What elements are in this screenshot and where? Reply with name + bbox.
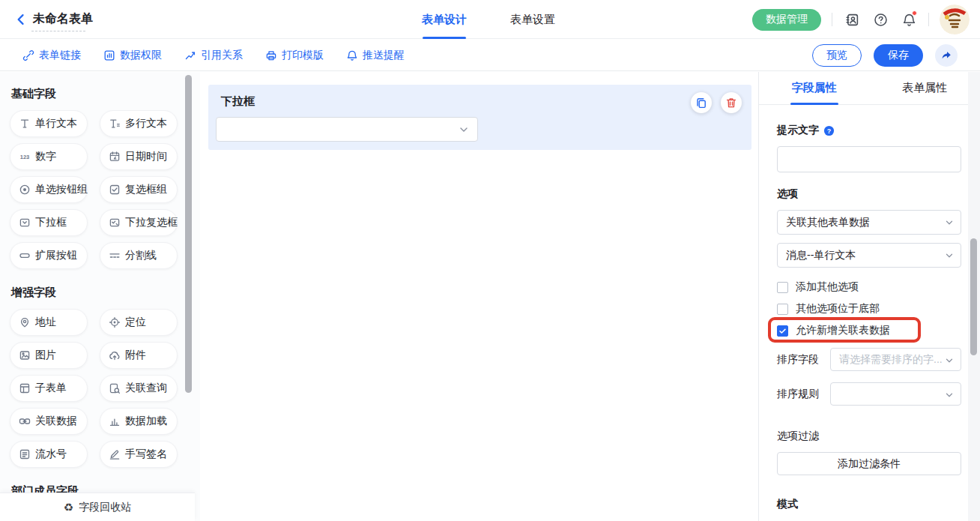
lookup-icon	[109, 382, 121, 394]
option-field-select[interactable]: 消息--单行文本	[777, 243, 961, 268]
sidebar-section-grid: 地址定位图片附件子表单关联查询关联数据数据加载流水号手写签名	[10, 309, 195, 468]
trash-icon	[725, 97, 737, 109]
related-data-icon	[19, 415, 31, 427]
hint-text-row: 提示文字 ?	[777, 124, 961, 137]
sort-field-select[interactable]: 请选择需要排序的字...	[830, 348, 961, 371]
toolbar-link-bell[interactable]: 推送提醒	[346, 49, 405, 62]
extend-button-icon	[19, 250, 31, 262]
chevron-down-icon	[944, 250, 955, 261]
checkbox-icon	[109, 184, 121, 196]
field-item-subform[interactable]: 子表单	[10, 375, 88, 402]
top-tab-bar: 表单设计表单设置	[422, 0, 555, 39]
field-item-data-load[interactable]: 数据加载	[100, 408, 178, 435]
field-item-address[interactable]: 地址	[10, 309, 88, 336]
field-item-signature[interactable]: 手写签名	[100, 441, 178, 468]
back-button[interactable]	[12, 10, 30, 28]
option-source-select[interactable]: 关联其他表单数据	[777, 210, 961, 235]
field-item-multiselect[interactable]: 下拉复选框	[100, 209, 178, 236]
multiselect-icon	[109, 217, 121, 229]
field-recycle-bin[interactable]: ♻ 字段回收站	[0, 493, 195, 521]
form-canvas[interactable]: 下拉框	[200, 72, 758, 521]
textarea-icon	[109, 118, 121, 130]
panel-tab-1[interactable]: 字段属性	[759, 72, 870, 104]
field-dropdown-control[interactable]	[216, 117, 478, 142]
panel-scrollbar-thumb[interactable]	[970, 238, 977, 355]
divider	[928, 13, 929, 26]
field-item-image[interactable]: 图片	[10, 342, 88, 369]
toolbar-link-print[interactable]: 打印模版	[265, 49, 324, 62]
datetime-icon	[109, 151, 121, 163]
svg-text:123: 123	[20, 154, 30, 160]
checkbox-label: 添加其他选项	[796, 280, 859, 294]
checkbox-label: 允许新增关联表数据	[796, 324, 890, 337]
field-item-radio[interactable]: 单选按钮组	[10, 176, 88, 203]
toolbar-link-link[interactable]: 表单链接	[22, 49, 81, 62]
share-button[interactable]	[935, 44, 958, 67]
field-item-label: 下拉框	[35, 216, 67, 229]
text-icon	[19, 118, 31, 130]
selected-field-card[interactable]: 下拉框	[208, 85, 751, 150]
sidebar-scrollbar[interactable]	[185, 75, 192, 393]
field-item-label: 关联查询	[125, 382, 167, 395]
copy-icon	[695, 97, 707, 109]
field-label: 下拉框	[221, 94, 255, 109]
sort-field-row: 排序字段 请选择需要排序的字...	[777, 348, 961, 371]
signature-icon	[109, 448, 121, 460]
field-item-extend-button[interactable]: 扩展按钮	[10, 242, 88, 269]
save-button[interactable]: 保存	[874, 44, 923, 67]
field-item-text[interactable]: 单行文本	[10, 110, 88, 137]
preview-button[interactable]: 预览	[812, 44, 862, 67]
add-filter-condition-button[interactable]: 添加过滤条件	[777, 452, 961, 475]
top-tab-2[interactable]: 表单设置	[510, 0, 555, 39]
field-item-label: 关联数据	[35, 415, 77, 428]
contacts-icon[interactable]	[843, 10, 861, 28]
sidebar-section-title: 基础字段	[11, 87, 195, 101]
properties-tab-bar: 字段属性表单属性	[759, 72, 980, 105]
field-item-attachment[interactable]: 附件	[100, 342, 178, 369]
field-item-label: 地址	[35, 316, 56, 329]
toolbar-link-label: 打印模版	[282, 49, 324, 62]
field-item-label: 扩展按钮	[35, 249, 77, 262]
checkbox-checked[interactable]	[777, 325, 788, 337]
field-item-related-data[interactable]: 关联数据	[10, 408, 88, 435]
field-item-lookup[interactable]: 关联查询	[100, 375, 178, 402]
field-item-location[interactable]: 定位	[100, 309, 178, 336]
toolbar-links: 表单链接数据权限引用关系打印模版推送提醒	[22, 49, 405, 62]
data-manage-button[interactable]: 数据管理	[752, 9, 821, 31]
hint-text-input[interactable]	[777, 146, 961, 172]
top-tab-1[interactable]: 表单设计	[422, 0, 467, 39]
share-arrow-icon	[940, 49, 952, 61]
number-icon: 123	[19, 151, 31, 163]
panel-scrollbar-track[interactable]	[968, 72, 980, 521]
avatar[interactable]	[940, 4, 970, 34]
field-item-textarea[interactable]: 多行文本	[100, 110, 178, 137]
divider-line-icon	[109, 250, 121, 262]
option-field-value: 消息--单行文本	[786, 249, 856, 262]
field-item-divider-line[interactable]: 分割线	[100, 242, 178, 269]
delete-field-button[interactable]	[721, 92, 742, 113]
sort-field-placeholder: 请选择需要排序的字...	[839, 353, 943, 367]
subform-icon	[19, 382, 31, 394]
sort-rule-select[interactable]	[830, 382, 961, 406]
toolbar-link-relation-graph[interactable]: 引用关系	[184, 49, 243, 62]
form-title[interactable]: 未命名表单	[33, 11, 93, 27]
mode-label: 模式	[777, 498, 798, 511]
toolbar-link-label: 数据权限	[120, 49, 162, 62]
copy-field-button[interactable]	[691, 92, 712, 113]
checkbox-label: 其他选项位于底部	[796, 302, 880, 316]
chevron-down-icon	[944, 390, 955, 400]
field-item-checkbox[interactable]: 复选框组	[100, 176, 178, 203]
location-icon	[109, 316, 121, 328]
field-item-label: 单选按钮组	[35, 183, 88, 196]
help-circle-icon[interactable]: ?	[823, 125, 835, 136]
field-item-number[interactable]: 123数字	[10, 143, 88, 170]
panel-tab-2[interactable]: 表单属性	[870, 72, 980, 104]
help-icon[interactable]	[871, 10, 889, 28]
checkbox-unchecked[interactable]	[777, 304, 788, 315]
toolbar-link-grid[interactable]: 数据权限	[103, 49, 162, 62]
field-item-datetime[interactable]: 日期时间	[100, 143, 178, 170]
field-item-serial[interactable]: 流水号	[10, 441, 88, 468]
notification-icon[interactable]	[900, 10, 918, 28]
field-item-select[interactable]: 下拉框	[10, 209, 88, 236]
checkbox-unchecked[interactable]	[777, 282, 788, 293]
